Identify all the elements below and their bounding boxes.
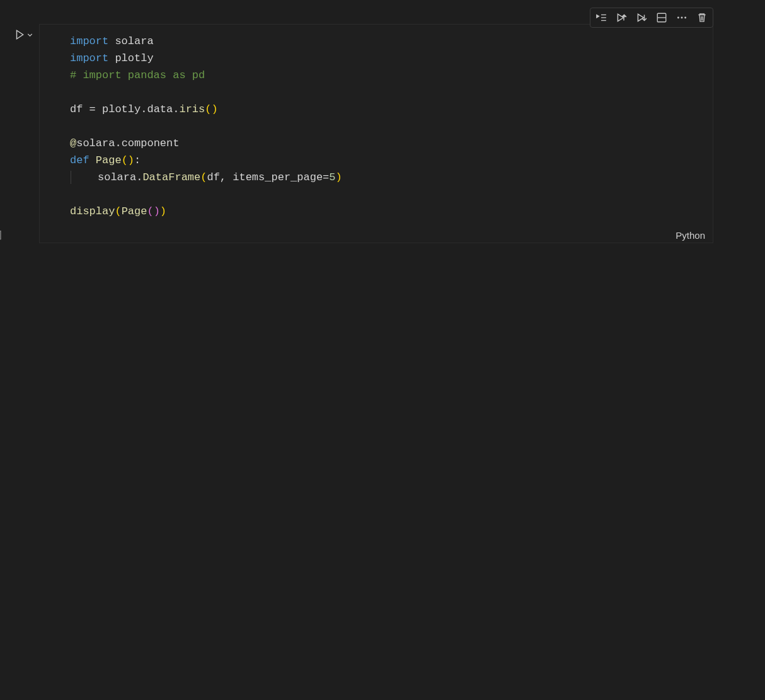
split-cell-icon xyxy=(656,12,667,23)
execute-below-button[interactable] xyxy=(632,9,651,26)
delete-cell-button[interactable] xyxy=(693,9,711,26)
trash-icon xyxy=(696,12,708,23)
execution-count: [ ] xyxy=(0,229,3,241)
execute-below-icon xyxy=(636,12,647,23)
cell-toolbar xyxy=(590,8,713,28)
run-by-line-icon xyxy=(595,12,607,23)
execute-above-icon xyxy=(616,12,627,23)
more-icon xyxy=(676,12,687,23)
split-cell-button[interactable] xyxy=(652,9,671,26)
code-editor[interactable]: import solara import plotly # import pan… xyxy=(39,24,713,243)
code-cell: import solara import plotly # import pan… xyxy=(6,24,713,243)
cell-footer: Python xyxy=(40,228,713,243)
run-by-line-button[interactable] xyxy=(592,9,611,26)
svg-point-9 xyxy=(684,17,686,19)
svg-point-7 xyxy=(677,17,679,19)
execute-above-button[interactable] xyxy=(612,9,631,26)
language-label[interactable]: Python xyxy=(676,230,705,241)
more-actions-button[interactable] xyxy=(672,9,691,26)
svg-point-8 xyxy=(681,17,683,19)
